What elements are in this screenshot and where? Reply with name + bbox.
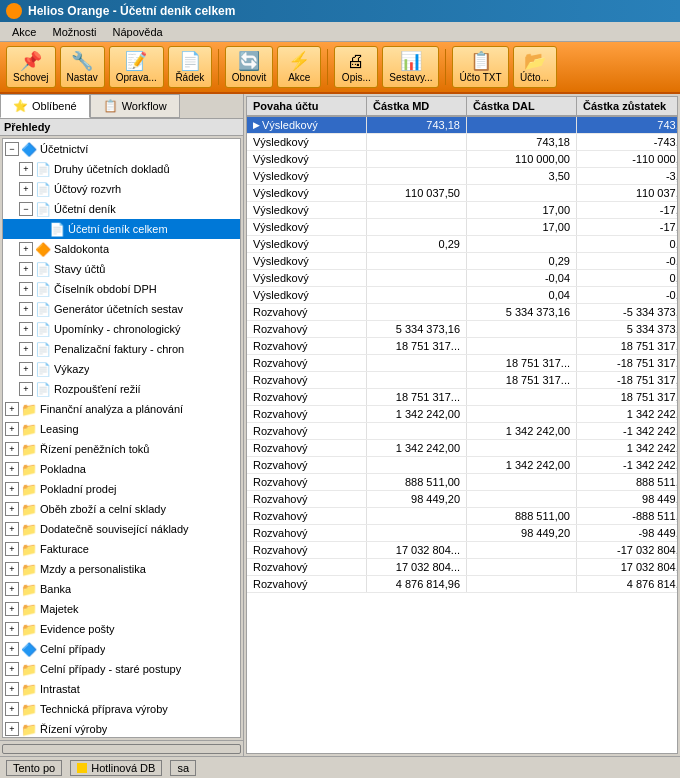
table-row[interactable]: Výsledkový110 037,50110 037,50 xyxy=(247,185,677,202)
tree-expander-rizeni-vyroby[interactable]: + xyxy=(5,722,19,736)
table-row[interactable]: Rozvahový888 511,00-888 511,00 xyxy=(247,508,677,525)
tree-expander-pokladna[interactable]: + xyxy=(5,462,19,476)
tree-expander-ucetnictvi[interactable]: − xyxy=(5,142,19,156)
tree-item-intrastat[interactable]: +📁Intrastat xyxy=(3,679,240,699)
tree-item-celni-stare[interactable]: +📁Celní případy - staré postupy xyxy=(3,659,240,679)
table-row[interactable]: Výsledkový3,50-3,50 xyxy=(247,168,677,185)
tree-item-majetek[interactable]: +📁Majetek xyxy=(3,599,240,619)
tree-item-ucetni-denik-celkem[interactable]: 📄Účetní deník celkem xyxy=(3,219,240,239)
menu-napoveda[interactable]: Nápověda xyxy=(105,24,171,40)
btn-sestavy[interactable]: 📊 Sestavy... xyxy=(382,46,439,88)
btn-obnovit[interactable]: 🔄 Obnovit xyxy=(225,46,273,88)
table-row[interactable]: Rozvahový18 751 317...-18 751 317,74 xyxy=(247,355,677,372)
tree-expander-saldokonta[interactable]: + xyxy=(19,242,33,256)
table-row[interactable]: Rozvahový888 511,00888 511,00 xyxy=(247,474,677,491)
tree-expander-fakturace[interactable]: + xyxy=(5,542,19,556)
btn-akce[interactable]: ⚡ Akce xyxy=(277,46,321,88)
tree-item-ucetnictvi[interactable]: −🔷Účetnictví xyxy=(3,139,240,159)
table-row[interactable]: Rozvahový17 032 804...17 032 804,02 xyxy=(247,559,677,576)
table-row[interactable]: Výsledkový743,18-743,18 xyxy=(247,134,677,151)
tree-expander-celni-stare[interactable]: + xyxy=(5,662,19,676)
table-row[interactable]: Rozvahový98 449,2098 449,20 xyxy=(247,491,677,508)
tree-item-generator[interactable]: +📄Generátor účetních sestav xyxy=(3,299,240,319)
menu-akce[interactable]: Akce xyxy=(4,24,44,40)
scrollbar-track[interactable] xyxy=(2,744,241,754)
tree-item-financni[interactable]: +📁Finanční analýza a plánování xyxy=(3,399,240,419)
tree-expander-intrastat[interactable]: + xyxy=(5,682,19,696)
col-md[interactable]: Částka MD xyxy=(367,97,467,115)
btn-radek[interactable]: 📄 Řádek xyxy=(168,46,212,88)
tree-expander-celni-pripady[interactable]: + xyxy=(5,642,19,656)
tree-item-pokladni-prodej[interactable]: +📁Pokladní prodej xyxy=(3,479,240,499)
tree-item-banka[interactable]: +📁Banka xyxy=(3,579,240,599)
tree-item-evidence-posty[interactable]: +📁Evidence pošty xyxy=(3,619,240,639)
table-row[interactable]: Výsledkový0,04-0,04 xyxy=(247,287,677,304)
table-row[interactable]: Rozvahový5 334 373,16-5 334 373,16 xyxy=(247,304,677,321)
tree-item-vykazy[interactable]: +📄Výkazy xyxy=(3,359,240,379)
tree-item-rizeni-penez[interactable]: +📁Řízení peněžních toků xyxy=(3,439,240,459)
tree-item-saldokonta[interactable]: +🔶Saldokonta xyxy=(3,239,240,259)
btn-ucto[interactable]: 📂 Účto... xyxy=(513,46,557,88)
col-dal[interactable]: Částka DAL xyxy=(467,97,577,115)
btn-nastav[interactable]: 🔧 Nastav xyxy=(60,46,105,88)
table-row[interactable]: Rozvahový17 032 804...-17 032 804,02 xyxy=(247,542,677,559)
tree-container[interactable]: −🔷Účetnictví+📄Druhy účetních dokladů+📄Úč… xyxy=(2,138,241,738)
tree-item-upominky[interactable]: +📄Upomínky - chronologický xyxy=(3,319,240,339)
table-row[interactable]: Rozvahový18 751 317...18 751 317,74 xyxy=(247,389,677,406)
tree-expander-obeh-zbozi[interactable]: + xyxy=(5,502,19,516)
tree-item-mzdy[interactable]: +📁Mzdy a personalistika xyxy=(3,559,240,579)
tree-expander-vykazy[interactable]: + xyxy=(19,362,33,376)
table-row[interactable]: Rozvahový1 342 242,001 342 242,00 xyxy=(247,406,677,423)
tree-expander-technicka[interactable]: + xyxy=(5,702,19,716)
tree-expander-rozpousteni[interactable]: + xyxy=(19,382,33,396)
table-row[interactable]: Rozvahový1 342 242,00-1 342 242,00 xyxy=(247,457,677,474)
table-row[interactable]: Výsledkový17,00-17,00 xyxy=(247,219,677,236)
table-row[interactable]: Výsledkový110 000,00-110 000,00 xyxy=(247,151,677,168)
tree-expander-majetek[interactable]: + xyxy=(5,602,19,616)
btn-schovej[interactable]: 📌 Schovej xyxy=(6,46,56,88)
tree-expander-upominky[interactable]: + xyxy=(19,322,33,336)
btn-ucto-txt[interactable]: 📋 Účto TXT xyxy=(452,46,508,88)
table-row[interactable]: Rozvahový4 876 814,964 876 814,96 xyxy=(247,576,677,593)
tree-expander-rizeni-penez[interactable]: + xyxy=(5,442,19,456)
tree-item-rizeni-vyroby[interactable]: +📁Řízení výroby xyxy=(3,719,240,738)
table-row[interactable]: Rozvahový18 751 317...18 751 317,74 xyxy=(247,338,677,355)
tree-expander-financni[interactable]: + xyxy=(5,402,19,416)
tree-expander-generator[interactable]: + xyxy=(19,302,33,316)
horizontal-scrollbar[interactable] xyxy=(0,740,243,756)
tree-expander-evidence-posty[interactable]: + xyxy=(5,622,19,636)
tab-workflow[interactable]: 📋 Workflow xyxy=(90,94,180,118)
btn-oprava[interactable]: 📝 Oprava... xyxy=(109,46,164,88)
btn-opis[interactable]: 🖨 Opis... xyxy=(334,46,378,88)
tree-expander-leasing[interactable]: + xyxy=(5,422,19,436)
table-row[interactable]: Rozvahový98 449,20-98 449,20 xyxy=(247,525,677,542)
tree-item-fakturace[interactable]: +📁Fakturace xyxy=(3,539,240,559)
tree-item-ciselniky[interactable]: +📄Číselník období DPH xyxy=(3,279,240,299)
tree-item-celni-pripady[interactable]: +🔷Celní případy xyxy=(3,639,240,659)
tree-item-rozpousteni[interactable]: +📄Rozpoušťení režií xyxy=(3,379,240,399)
table-row[interactable]: Rozvahový5 334 373,165 334 373,16 xyxy=(247,321,677,338)
table-row[interactable]: Výsledkový17,00-17,00 xyxy=(247,202,677,219)
tree-expander-ciselniky[interactable]: + xyxy=(19,282,33,296)
table-row[interactable]: Rozvahový1 342 242,00-1 342 242,00 xyxy=(247,423,677,440)
tree-expander-druhy[interactable]: + xyxy=(19,162,33,176)
tree-expander-pokladni-prodej[interactable]: + xyxy=(5,482,19,496)
col-povaha[interactable]: Povaha účtu xyxy=(247,97,367,115)
table-row[interactable]: Rozvahový1 342 242,001 342 242,00 xyxy=(247,440,677,457)
menu-moznosti[interactable]: Možnosti xyxy=(44,24,104,40)
tree-expander-penalizacni[interactable]: + xyxy=(19,342,33,356)
tree-item-pokladna[interactable]: +📁Pokladna xyxy=(3,459,240,479)
tree-item-dodatecne[interactable]: +📁Dodatečně související náklady xyxy=(3,519,240,539)
tree-expander-dodatecne[interactable]: + xyxy=(5,522,19,536)
table-row[interactable]: Výsledkový743,18743,18 xyxy=(247,117,677,134)
table-row[interactable]: Výsledkový0,290,29 xyxy=(247,236,677,253)
tree-item-technicka[interactable]: +📁Technická příprava výroby xyxy=(3,699,240,719)
tree-expander-mzdy[interactable]: + xyxy=(5,562,19,576)
tree-item-penalizacni[interactable]: +📄Penalizační faktury - chron xyxy=(3,339,240,359)
tab-oblibene[interactable]: ⭐ Oblíbené xyxy=(0,94,90,118)
tree-expander-ucetni-denik[interactable]: − xyxy=(19,202,33,216)
tree-item-leasing[interactable]: +📁Leasing xyxy=(3,419,240,439)
table-row[interactable]: Výsledkový0,29-0,29 xyxy=(247,253,677,270)
tree-item-obeh-zbozi[interactable]: +📁Oběh zboží a celní sklady xyxy=(3,499,240,519)
tree-item-stavy-uctu[interactable]: +📄Stavy účtů xyxy=(3,259,240,279)
